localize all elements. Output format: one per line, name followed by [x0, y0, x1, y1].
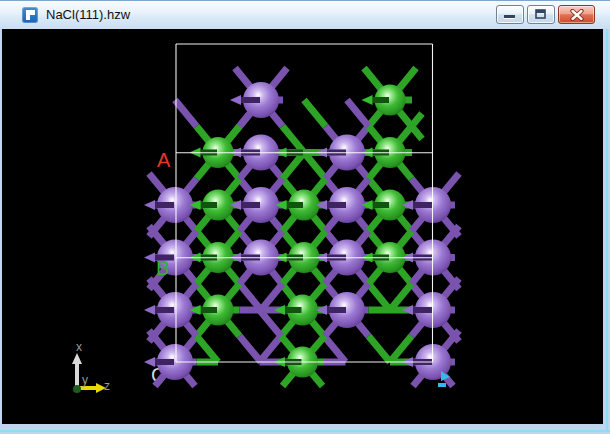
front-bond-shaft [287, 202, 304, 208]
cell-axis-label-b: B [156, 257, 169, 279]
front-bond-shaft [327, 307, 346, 313]
front-bond-shaft [241, 97, 260, 103]
front-bond-shaft [413, 307, 432, 313]
front-bond-arrow [362, 95, 373, 105]
app-icon-glyph [22, 7, 38, 23]
close-icon [570, 9, 584, 21]
front-bond-shaft [155, 307, 174, 313]
front-bond-shaft [155, 202, 174, 208]
axis-gizmo: xyz [72, 340, 110, 393]
bond [260, 336, 282, 362]
window-controls [496, 5, 595, 24]
restore-icon [535, 9, 547, 20]
front-bond-shaft [373, 97, 390, 103]
front-bond-shaft [373, 202, 390, 208]
front-bond-shaft [327, 202, 346, 208]
bond [261, 284, 283, 310]
bond [240, 336, 262, 362]
minimize-button[interactable] [496, 5, 524, 24]
bond [175, 100, 197, 126]
bond [240, 284, 262, 310]
application-window: { "window": { "title": "NaCl(111).hzw", … [0, 0, 610, 434]
bond [197, 336, 219, 362]
gizmo-label-z: z [104, 379, 110, 393]
bond [347, 100, 369, 126]
gizmo-label-y: y [82, 373, 88, 387]
cyan-mark [438, 383, 446, 387]
front-bond-arrow [144, 253, 155, 263]
restore-button[interactable] [527, 5, 555, 24]
bond [390, 336, 412, 362]
front-bond-arrow [230, 95, 241, 105]
front-bond-shaft [201, 202, 218, 208]
bond [260, 310, 282, 336]
front-bond-shaft [201, 307, 218, 313]
gizmo-x-arrowhead [72, 353, 82, 364]
front-bond-shaft [413, 202, 432, 208]
window-title: NaCl(111).hzw [46, 7, 130, 22]
title-bar[interactable]: NaCl(111).hzw [0, 1, 610, 29]
bond [390, 284, 412, 310]
front-bond-shaft [285, 307, 302, 313]
minimize-icon [504, 10, 516, 19]
front-bond-shaft [155, 359, 174, 365]
front-bond-arrow [144, 305, 155, 315]
window-frame-right [606, 29, 608, 430]
bond [324, 336, 346, 362]
gizmo-origin-dot [73, 385, 81, 393]
close-button[interactable] [558, 5, 595, 24]
structure-viewport[interactable]: CABxyz [2, 29, 603, 424]
bond [304, 153, 326, 179]
cell-axis-label-a: A [157, 149, 171, 171]
bond [369, 284, 391, 310]
window-frame-bottom [0, 430, 610, 432]
bond [304, 100, 326, 126]
gizmo-label-x: x [76, 340, 82, 354]
bond [369, 336, 391, 362]
front-bond-arrow [144, 357, 155, 367]
app-icon[interactable] [22, 7, 38, 23]
front-bond-shaft [241, 202, 260, 208]
front-bond-arrow [144, 200, 155, 210]
structure-canvas[interactable]: CABxyz [2, 29, 603, 424]
